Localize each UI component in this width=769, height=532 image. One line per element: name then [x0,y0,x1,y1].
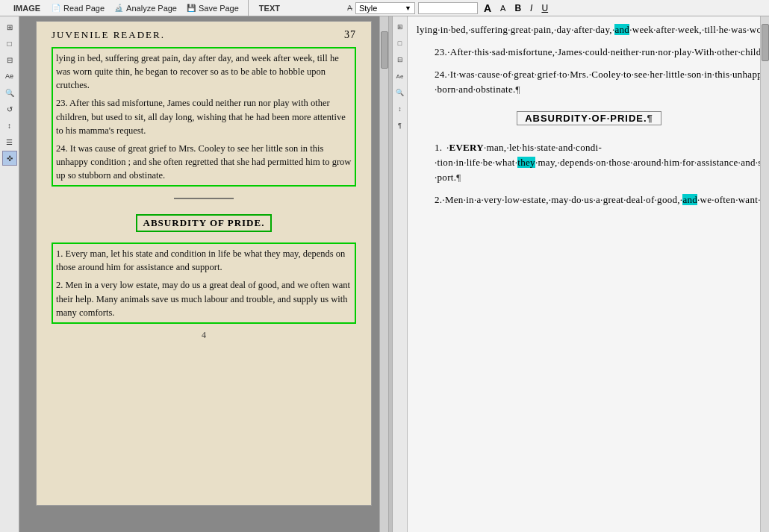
image-panel: ⊞ □ ⊟ Ae 🔍 ↺ ↕ ☰ ✜ JUVENILE READER. 37 l… [0,16,388,532]
save-page-icon: 💾 [186,3,196,13]
text-tool-flip[interactable]: ↕ [394,101,406,116]
main-content: ⊞ □ ⊟ Ae 🔍 ↺ ↕ ☰ ✜ JUVENILE READER. 37 l… [0,16,769,532]
text-para-4: 1. ·EVERY·man,·let·his·state·and·condi-·… [435,140,762,185]
font-size-large-button[interactable]: A [481,1,494,15]
text-panel-inner: ⊞ □ ⊟ Ae 🔍 ↕ ¶ lying·in·bed,·suffering·g… [393,16,769,532]
text-left-toolbar: ⊞ □ ⊟ Ae 🔍 ↕ ¶ [393,16,408,532]
tool-rect[interactable]: □ [2,36,17,51]
tool-minus[interactable]: ⊟ [2,52,17,67]
text-tool-3[interactable]: ⊟ [394,52,406,67]
text-block-3: 24. It was cause of great grief to Mrs. … [56,142,352,182]
tool-text[interactable]: Ae [2,69,17,84]
text-para-1: lying·in·bed,·suffering·great·pain,·day·… [417,22,762,37]
text-tool-1[interactable]: ⊞ [394,19,406,34]
font-name-input[interactable] [418,2,478,14]
page-content: JUVENILE READER. 37 lying in bed, suffer… [36,21,372,506]
underline-button[interactable]: U [538,1,551,15]
tool-lines[interactable]: ☰ [2,134,17,149]
analyze-page-icon: 🔬 [113,3,124,13]
page-title-text: JUVENILE READER. [52,29,165,41]
image-section-label: IMAGE [9,4,45,13]
read-page-icon: 📄 [51,3,61,13]
text-section-title-container: ABSURDITY·OF·PRIDE.¶ [417,105,762,133]
style-select[interactable]: Style ▼ [355,2,415,14]
tool-rotate[interactable]: ↺ [2,101,17,116]
save-page-button[interactable]: 💾 Save Page [183,1,242,15]
text-tool-2[interactable]: □ [394,36,406,51]
bold-button[interactable]: B [511,1,524,15]
image-toolbar-section: IMAGE 📄 Read Page 🔬 Analyze Page 💾 Save … [3,0,249,16]
text-panel: ⊞ □ ⊟ Ae 🔍 ↕ ¶ lying·in·bed,·suffering·g… [393,16,769,532]
italic-button[interactable]: I [527,1,535,15]
page-footer: 4 [52,330,356,341]
left-toolbar: ⊞ □ ⊟ Ae 🔍 ↺ ↕ ☰ ✜ [0,16,19,532]
text-block-1: lying in bed, suffering great pain, day … [56,51,352,92]
page-header: JUVENILE READER. 37 [52,29,356,41]
text-block-2: 23. After this sad misfortune, James cou… [56,96,352,137]
section-title-container: ABSURDITY OF PRIDE. [52,208,356,238]
text-content-area[interactable]: lying·in·bed,·suffering·great·pain,·day·… [409,16,769,532]
text-block-4: 1. Every man, let his state and conditio… [56,247,352,274]
analyze-page-button[interactable]: 🔬 Analyze Page [110,1,180,15]
main-toolbar: IMAGE 📄 Read Page 🔬 Analyze Page 💾 Save … [0,0,769,16]
tool-cursor[interactable]: ✜ [2,151,17,166]
tool-zoom[interactable]: 🔍 [2,85,17,100]
text-block-5: 2. Men in a very low estate, may do us a… [56,278,352,319]
read-page-button[interactable]: 📄 Read Page [48,1,108,15]
page-number: 37 [344,29,356,41]
style-dropdown-arrow: ▼ [405,4,411,12]
text-tool-zoom[interactable]: 🔍 [394,85,406,100]
decorative-line [52,193,356,204]
highlight-and2: and [682,194,697,205]
text-scrollbar[interactable] [760,16,769,532]
text-scrollbar-thumb[interactable] [762,24,769,61]
tool-select[interactable]: ⊞ [2,19,17,34]
image-scrollbar[interactable] [379,16,388,532]
page-image-area: JUVENILE READER. 37 lying in bed, suffer… [19,16,388,532]
text-tool-ae[interactable]: Ae [394,69,406,84]
font-icon: A̶ [347,4,352,12]
highlight-and: and [614,24,629,35]
text-section-label: TEXT [255,4,284,13]
text-toolbar-section: TEXT A̶ Style ▼ A A B I U [249,0,766,16]
tool-flip[interactable]: ↕ [2,118,17,133]
text-para-3: 24.·It·was·cause·of·great·grief·to·Mrs.·… [435,67,762,97]
font-size-small-button[interactable]: A [497,1,508,15]
highlight-they: they [517,157,535,168]
selection-box-1[interactable]: lying in bed, suffering great pain, day … [52,47,356,187]
text-para-5: 2.·Men·in·a·very·low·estate,·may·do·us·a… [435,193,762,207]
text-section-title: ABSURDITY·OF·PRIDE.¶ [517,111,661,125]
text-para-2: 23.·After·this·sad·misfortune,·James·cou… [435,45,762,60]
image-scrollbar-thumb[interactable] [381,31,388,69]
selection-box-2[interactable]: 1. Every man, let his state and conditio… [52,242,356,324]
text-tool-pilcrow[interactable]: ¶ [394,118,406,133]
section-title: ABSURDITY OF PRIDE. [136,214,273,232]
